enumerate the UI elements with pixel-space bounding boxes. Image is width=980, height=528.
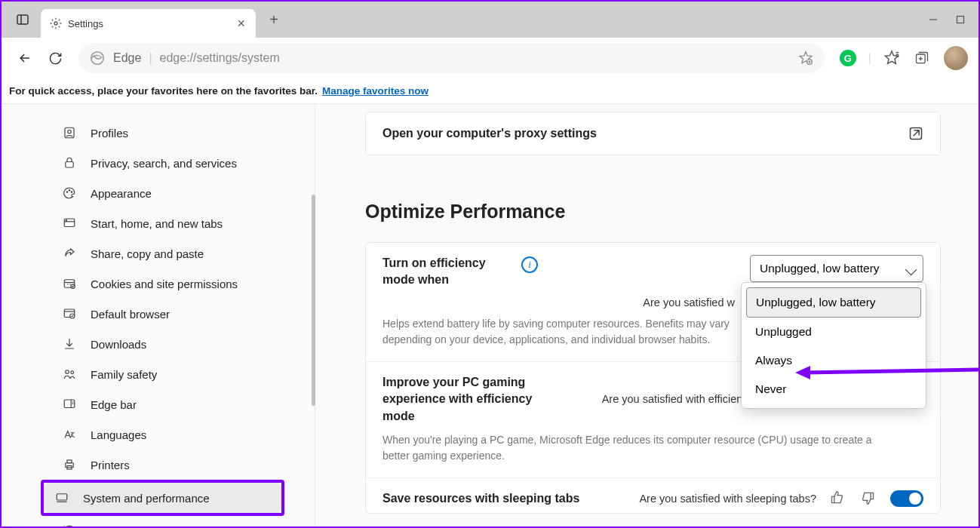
manage-favorites-link[interactable]: Manage favorites now — [322, 85, 429, 97]
sidebar-item-label: Printers — [91, 459, 130, 471]
sidebar-item-share[interactable]: Share, copy and paste — [51, 238, 284, 269]
tab-actions-button[interactable] — [8, 5, 38, 35]
new-tab-button[interactable]: + — [262, 11, 286, 29]
menu-option-never[interactable]: Never — [746, 375, 921, 404]
sidebar-item-label: Cookies and site permissions — [91, 278, 238, 290]
satisfied-text: Are you satisfied w — [643, 296, 735, 309]
sleeping-tabs-toggle[interactable] — [890, 490, 923, 507]
family-icon — [62, 367, 77, 382]
sidebar-item-label: Share, copy and paste — [91, 247, 204, 260]
svg-point-5 — [91, 52, 104, 65]
favorite-star-icon[interactable] — [797, 50, 814, 66]
reset-icon — [62, 523, 77, 528]
back-button[interactable] — [12, 45, 38, 71]
sidebar-item-label: Downloads — [91, 338, 146, 351]
svg-point-16 — [68, 130, 72, 134]
sidebar-item-label: Reset settings — [91, 525, 162, 529]
sidebar-item-reset[interactable]: Reset settings — [51, 516, 284, 528]
efficiency-dropdown[interactable]: Unplugged, low battery — [750, 255, 923, 282]
browser-tab[interactable]: Settings × — [41, 9, 256, 38]
favbar-text: For quick access, place your favorites h… — [9, 85, 318, 97]
thumbs-down-icon[interactable] — [860, 490, 877, 507]
svg-point-2 — [54, 22, 57, 25]
svg-rect-0 — [17, 15, 28, 24]
sidebar-item-label: Privacy, search, and services — [91, 157, 237, 170]
sidebar-item-label: System and performance — [83, 492, 210, 505]
window-controls — [929, 15, 972, 24]
thumbs-up-icon[interactable] — [830, 490, 846, 507]
titlebar: Settings × + — [2, 2, 978, 38]
system-icon — [54, 490, 69, 505]
sidebar-item-printers[interactable]: Printers — [51, 450, 284, 480]
toolbar: Edge | edge://settings/system G | — [2, 38, 978, 78]
sidebar-item-privacy[interactable]: Privacy, search, and services — [51, 148, 284, 178]
sidebar-item-label: Appearance — [91, 187, 152, 200]
sidebar-item-edgebar[interactable]: Edge bar — [51, 389, 284, 419]
efficiency-dropdown-menu: Unplugged, low battery Unplugged Always … — [741, 282, 926, 409]
svg-rect-39 — [67, 460, 72, 463]
sidebar-item-appearance[interactable]: Appearance — [51, 178, 284, 208]
browser-icon — [62, 306, 77, 321]
sidebar-item-profiles[interactable]: Profiles — [51, 118, 284, 148]
sidebar-item-system[interactable]: System and performance — [44, 483, 281, 513]
minimize-button[interactable] — [929, 15, 938, 24]
svg-rect-15 — [65, 127, 74, 138]
sidebar-item-default-browser[interactable]: Default browser — [51, 299, 284, 329]
languages-icon — [62, 427, 77, 442]
sidebar-item-label: Default browser — [91, 308, 170, 321]
edgebar-icon — [62, 397, 77, 412]
satisfied-text: Are you satisfied with sleeping tabs? — [639, 493, 816, 505]
menu-option-always[interactable]: Always — [746, 346, 921, 375]
sidebar-item-cookies[interactable]: Cookies and site permissions — [51, 269, 284, 299]
menu-option-unplugged[interactable]: Unplugged — [746, 318, 921, 346]
share-icon — [62, 246, 77, 261]
favorites-icon[interactable] — [879, 45, 905, 71]
external-link-icon — [908, 126, 923, 141]
svg-point-32 — [66, 370, 69, 374]
tab-close-button[interactable]: × — [237, 16, 245, 32]
sidebar-item-languages[interactable]: Languages — [51, 419, 284, 450]
sidebar-item-label: Languages — [91, 428, 146, 441]
profiles-icon — [62, 125, 77, 140]
lock-icon — [62, 155, 77, 170]
svg-point-20 — [71, 192, 72, 193]
proxy-settings-row[interactable]: Open your computer's proxy settings — [365, 112, 941, 155]
efficiency-help: Helps extend battery life by saving comp… — [382, 316, 760, 348]
sidebar-item-label: Start, home, and new tabs — [91, 217, 223, 230]
start-icon — [62, 216, 77, 231]
sleeping-label: Save resources with sleeping tabs — [382, 490, 594, 507]
favorites-bar: For quick access, place your favorites h… — [2, 78, 978, 104]
grammarly-icon[interactable]: G — [835, 45, 861, 71]
sidebar-item-label: Edge bar — [91, 398, 137, 411]
svg-rect-38 — [66, 463, 74, 468]
sidebar-item-label: Family safety — [91, 368, 157, 381]
download-icon — [62, 336, 77, 351]
address-brand: Edge — [113, 51, 141, 65]
address-url: edge://settings/system — [160, 51, 280, 65]
efficiency-mode-row: Turn on efficiency mode when i Unplugged… — [366, 243, 940, 362]
edge-logo-icon — [89, 50, 106, 66]
performance-card: Turn on efficiency mode when i Unplugged… — [365, 242, 941, 514]
svg-rect-41 — [57, 494, 67, 500]
sidebar-item-label: Profiles — [91, 127, 128, 140]
svg-point-33 — [71, 371, 74, 374]
printers-icon — [62, 457, 77, 472]
sidebar-item-downloads[interactable]: Downloads — [51, 329, 284, 359]
address-bar[interactable]: Edge | edge://settings/system — [78, 43, 825, 73]
gaming-label: Improve your PC gaming experience with e… — [382, 374, 556, 425]
scrollbar[interactable] — [312, 195, 315, 406]
sidebar-item-family[interactable]: Family safety — [51, 359, 284, 389]
efficiency-label: Turn on efficiency mode when — [382, 255, 511, 289]
content: Profiles Privacy, search, and services A… — [2, 104, 978, 526]
profile-avatar[interactable] — [944, 46, 968, 70]
sidebar-item-start[interactable]: Start, home, and new tabs — [51, 208, 284, 238]
info-icon[interactable]: i — [521, 256, 538, 273]
svg-point-19 — [69, 190, 70, 192]
maximize-button[interactable] — [956, 15, 965, 24]
menu-option-unplugged-low[interactable]: Unplugged, low battery — [746, 287, 921, 318]
svg-rect-4 — [957, 17, 964, 23]
appearance-icon — [62, 186, 77, 201]
refresh-button[interactable] — [42, 45, 68, 71]
collections-icon[interactable] — [909, 45, 935, 71]
settings-sidebar: Profiles Privacy, search, and services A… — [2, 104, 315, 526]
